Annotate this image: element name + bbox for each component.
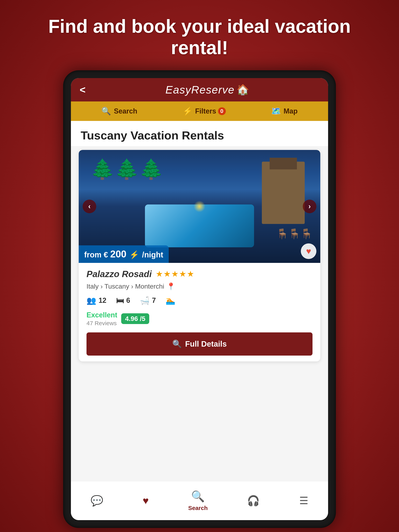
headphones-icon: 🎧 xyxy=(247,495,260,507)
price-amount: 200 xyxy=(110,249,126,260)
logo-text: EasyReserve xyxy=(165,83,235,96)
guests-count: 12 xyxy=(99,296,106,304)
tablet-screen: EasyReserve 🏠 🔍 Search ⚡ Filters 0 🗺️ Ma… xyxy=(71,78,328,520)
pool-amenity: 🏊 xyxy=(166,296,175,305)
page-title: Tuscany Vacation Rentals xyxy=(81,129,318,142)
reviews-count: 47 Reviews xyxy=(86,320,117,327)
app-header: EasyReserve 🏠 xyxy=(71,78,328,101)
heart-icon: ♥ xyxy=(306,246,311,256)
listing-name: Palazzo Rosadi xyxy=(86,269,152,279)
bedrooms-amenity: 🛏 6 xyxy=(116,296,130,305)
rating-max: /5 xyxy=(140,315,145,322)
price-tag: from € 200 ⚡ /night xyxy=(79,245,169,263)
guests-icon: 👥 xyxy=(86,296,96,305)
bath-icon: 🛁 xyxy=(140,296,150,305)
filters-label: Filters xyxy=(195,107,216,115)
nav-search[interactable]: 🔍 Search xyxy=(188,490,208,511)
back-button[interactable] xyxy=(75,82,90,98)
nav-messages[interactable]: 💬 xyxy=(90,495,103,507)
messages-icon: 💬 xyxy=(90,495,103,507)
tablet-frame: EasyReserve 🏠 🔍 Search ⚡ Filters 0 🗺️ Ma… xyxy=(63,70,336,528)
lightning-icon: ⚡ xyxy=(129,250,139,259)
price-per: /night xyxy=(142,250,163,259)
search-icon: 🔍 xyxy=(101,107,111,116)
nav-menu[interactable]: ☰ xyxy=(299,495,309,507)
toolbar: 🔍 Search ⚡ Filters 0 🗺️ Map xyxy=(71,101,328,121)
bed-icon: 🛏 xyxy=(116,296,124,305)
page-title-area: Tuscany Vacation Rentals xyxy=(71,121,328,146)
search-label: Search xyxy=(114,107,137,115)
favorites-icon: ♥ xyxy=(143,495,149,507)
bottom-nav: 💬 ♥ 🔍 Search 🎧 ☰ xyxy=(71,481,328,520)
listing-info: Palazzo Rosadi ★★★★★ Italy › Tuscany › M… xyxy=(79,263,320,361)
review-row: Excellent 47 Reviews 4.96 /5 xyxy=(86,311,313,327)
filters-badge: 0 xyxy=(218,107,226,115)
map-toolbar-button[interactable]: 🗺️ Map xyxy=(271,107,298,116)
listing-card: 🌲🌲🌲 🪑🪑🪑 from € 200 ⚡ /night xyxy=(79,150,320,361)
bathrooms-count: 7 xyxy=(152,296,156,304)
favorite-button[interactable]: ♥ xyxy=(301,243,316,259)
prev-image-button[interactable]: ‹ xyxy=(83,200,96,213)
rating-value: 4.96 xyxy=(125,315,138,322)
rating-badge: 4.96 /5 xyxy=(121,313,149,324)
bedrooms-count: 6 xyxy=(126,296,130,304)
filters-toolbar-button[interactable]: ⚡ Filters 0 xyxy=(183,107,226,116)
listing-location: Italy › Tuscany › Monterchi 📍 xyxy=(86,282,313,291)
listing-name-row: Palazzo Rosadi ★★★★★ xyxy=(86,269,313,279)
guests-amenity: 👥 12 xyxy=(86,296,106,305)
stars: ★★★★★ xyxy=(156,269,195,279)
full-details-label: Full Details xyxy=(185,340,227,348)
nav-favorites[interactable]: ♥ xyxy=(143,495,149,507)
price-from: from € xyxy=(84,250,108,259)
logo-house-icon: 🏠 xyxy=(237,84,249,96)
headline: Find and book your ideal vacation rental… xyxy=(44,16,355,59)
logo-area: EasyReserve 🏠 xyxy=(90,83,324,96)
menu-icon: ☰ xyxy=(299,495,309,507)
map-label: Map xyxy=(284,107,298,115)
listing-amenities: 👥 12 🛏 6 🛁 7 🏊 xyxy=(86,296,313,305)
location-text: Italy › Tuscany › Monterchi xyxy=(86,283,164,290)
map-pin-icon: 📍 xyxy=(167,282,175,291)
pool-icon: 🏊 xyxy=(166,296,175,305)
excellent-label: Excellent xyxy=(86,311,117,319)
full-details-button[interactable]: 🔍 Full Details xyxy=(86,332,313,355)
bathrooms-amenity: 🛁 7 xyxy=(140,296,156,305)
search-nav-label: Search xyxy=(188,505,208,511)
listing-image-container: 🌲🌲🌲 🪑🪑🪑 from € 200 ⚡ /night xyxy=(79,150,320,263)
listings-area[interactable]: 🌲🌲🌲 🪑🪑🪑 from € 200 ⚡ /night xyxy=(71,146,328,481)
map-icon: 🗺️ xyxy=(271,107,281,116)
filter-icon: ⚡ xyxy=(183,107,193,116)
next-image-button[interactable]: › xyxy=(303,200,316,213)
search-nav-icon: 🔍 xyxy=(191,490,205,503)
search-details-icon: 🔍 xyxy=(172,339,182,348)
nav-support[interactable]: 🎧 xyxy=(247,495,260,507)
search-toolbar-button[interactable]: 🔍 Search xyxy=(101,107,137,116)
